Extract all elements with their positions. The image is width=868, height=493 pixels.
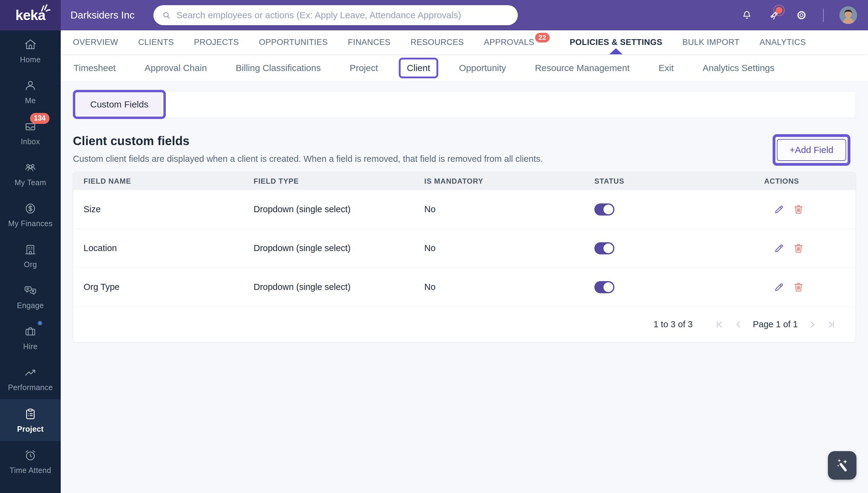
sidebar-item-label: Time Attend bbox=[10, 466, 51, 475]
tab-label: FINANCES bbox=[348, 38, 390, 47]
clipboard-icon bbox=[23, 407, 37, 421]
subtab-analytics-settings[interactable]: Analytics Settings bbox=[702, 63, 775, 73]
sidebar-item-org[interactable]: Org bbox=[0, 235, 61, 276]
sidebar-item-label: Home bbox=[20, 55, 41, 64]
chat-bubbles-icon bbox=[23, 283, 37, 298]
inbox-icon: 134 bbox=[23, 120, 37, 133]
magic-wand-fab[interactable] bbox=[828, 451, 856, 480]
hire-notification-dot bbox=[38, 321, 42, 325]
keka-logo[interactable]: keka bbox=[0, 0, 61, 30]
person-icon bbox=[23, 79, 37, 92]
sidebar: Home Me 134 Inbox My Team My Finances Or… bbox=[0, 30, 61, 493]
gear-icon[interactable] bbox=[796, 9, 807, 21]
rocket-notification-dot bbox=[776, 7, 782, 14]
col-field-type: FIELD TYPE bbox=[254, 177, 424, 186]
sidebar-item-home[interactable]: Home bbox=[0, 30, 61, 71]
col-is-mandatory: IS MANDATORY bbox=[424, 177, 594, 186]
delete-trash-icon[interactable] bbox=[793, 204, 804, 215]
user-avatar[interactable] bbox=[840, 6, 857, 24]
building-icon bbox=[23, 242, 37, 257]
global-search[interactable] bbox=[153, 5, 518, 25]
sidebar-item-label: Org bbox=[24, 260, 37, 269]
header-divider bbox=[823, 8, 824, 22]
status-toggle[interactable] bbox=[594, 203, 614, 216]
tab-resources[interactable]: RESOURCES bbox=[410, 30, 464, 54]
dollar-icon bbox=[23, 201, 37, 216]
tab-custom-fields[interactable]: Custom Fields bbox=[76, 93, 163, 116]
tab-analytics[interactable]: ANALYTICS bbox=[760, 30, 806, 54]
sidebar-item-performance[interactable]: Performance bbox=[0, 358, 61, 399]
subtab-opportunity[interactable]: Opportunity bbox=[459, 63, 506, 73]
tab-label: OPPORTUNITIES bbox=[259, 38, 328, 47]
tab-label: ANALYTICS bbox=[760, 38, 806, 47]
tab-label: CLIENTS bbox=[138, 38, 174, 47]
top-header: keka Darksiders Inc bbox=[0, 0, 868, 30]
add-field-button[interactable]: +Add Field bbox=[777, 139, 846, 161]
field-type-cell: Dropdown (single select) bbox=[254, 204, 424, 214]
sidebar-item-label: Hire bbox=[23, 342, 37, 351]
tab-overview[interactable]: OVERVIEW bbox=[73, 30, 118, 54]
field-name-cell: Size bbox=[73, 204, 254, 214]
prev-page-icon[interactable] bbox=[734, 319, 744, 330]
subtab-project[interactable]: Project bbox=[350, 63, 378, 73]
sidebar-item-engage[interactable]: Engage bbox=[0, 276, 61, 317]
toggle-knob bbox=[604, 243, 613, 253]
custom-fields-table: FIELD NAME FIELD TYPE IS MANDATORY STATU… bbox=[73, 172, 856, 342]
tab-approvals[interactable]: APPROVALS22 bbox=[484, 30, 550, 54]
last-page-icon[interactable] bbox=[826, 319, 837, 330]
page-description: Custom client fields are displayed when … bbox=[73, 154, 543, 164]
subtab-billing-classifications[interactable]: Billing Classifications bbox=[236, 63, 321, 73]
edit-pencil-icon[interactable] bbox=[773, 242, 785, 254]
sidebar-item-my-finances[interactable]: My Finances bbox=[0, 194, 61, 235]
sidebar-item-me[interactable]: Me bbox=[0, 71, 61, 112]
subtab-timesheet[interactable]: Timesheet bbox=[73, 63, 116, 73]
sidebar-item-my-team[interactable]: My Team bbox=[0, 153, 61, 194]
field-name-cell: Location bbox=[73, 243, 254, 253]
tab-policies-settings[interactable]: POLICIES & SETTINGS bbox=[570, 30, 662, 54]
edit-pencil-icon[interactable] bbox=[773, 204, 785, 215]
sidebar-item-label: Performance bbox=[8, 383, 53, 392]
pagination-range: 1 to 3 of 3 bbox=[654, 319, 693, 329]
company-name: Darksiders Inc bbox=[70, 0, 134, 30]
approvals-count-badge: 22 bbox=[535, 33, 549, 43]
tab-finances[interactable]: FINANCES bbox=[348, 30, 390, 54]
table-header-row: FIELD NAME FIELD TYPE IS MANDATORY STATU… bbox=[73, 172, 855, 190]
subtab-client[interactable]: Client bbox=[407, 63, 430, 73]
next-page-icon[interactable] bbox=[807, 319, 817, 330]
magic-wand-icon bbox=[833, 456, 851, 474]
tab-opportunities[interactable]: OPPORTUNITIES bbox=[259, 30, 328, 54]
bell-icon[interactable] bbox=[741, 9, 753, 21]
sidebar-item-inbox[interactable]: 134 Inbox bbox=[0, 112, 61, 153]
first-page-icon[interactable] bbox=[714, 319, 724, 330]
sidebar-item-hire[interactable]: Hire bbox=[0, 317, 61, 358]
tab-bulk-import[interactable]: BULK IMPORT bbox=[682, 30, 740, 54]
tab-projects[interactable]: PROJECTS bbox=[194, 30, 239, 54]
edit-pencil-icon[interactable] bbox=[773, 281, 785, 293]
tab-label: RESOURCES bbox=[410, 38, 464, 47]
delete-trash-icon[interactable] bbox=[793, 242, 804, 254]
table-row: Location Dropdown (single select) No bbox=[73, 229, 855, 268]
delete-trash-icon[interactable] bbox=[793, 281, 804, 293]
sidebar-item-project[interactable]: Project bbox=[0, 399, 61, 441]
tab-label: POLICIES & SETTINGS bbox=[570, 38, 662, 47]
search-input[interactable] bbox=[176, 10, 510, 20]
col-status: STATUS bbox=[594, 177, 764, 186]
status-toggle[interactable] bbox=[594, 242, 614, 254]
pagination-page: Page 1 of 1 bbox=[753, 319, 798, 329]
sidebar-item-label: My Finances bbox=[8, 219, 52, 228]
subtab-exit[interactable]: Exit bbox=[658, 63, 674, 73]
home-icon bbox=[23, 38, 37, 51]
rocket-icon[interactable] bbox=[768, 9, 780, 21]
sidebar-item-time-attend[interactable]: Time Attend bbox=[0, 441, 61, 482]
tab-clients[interactable]: CLIENTS bbox=[138, 30, 174, 54]
tab-label: OVERVIEW bbox=[73, 38, 118, 47]
subtab-approval-chain[interactable]: Approval Chain bbox=[145, 63, 207, 73]
pagination: 1 to 3 of 3 Page 1 of 1 bbox=[73, 307, 855, 342]
field-type-cell: Dropdown (single select) bbox=[254, 282, 424, 292]
page-head: Client custom fields Custom client field… bbox=[73, 134, 856, 164]
subtab-resource-management[interactable]: Resource Management bbox=[535, 63, 630, 73]
toggle-knob bbox=[604, 205, 613, 214]
custom-fields-tab-bar: Custom Fields bbox=[73, 91, 856, 118]
page-title: Client custom fields bbox=[73, 134, 543, 148]
status-toggle[interactable] bbox=[594, 281, 614, 293]
